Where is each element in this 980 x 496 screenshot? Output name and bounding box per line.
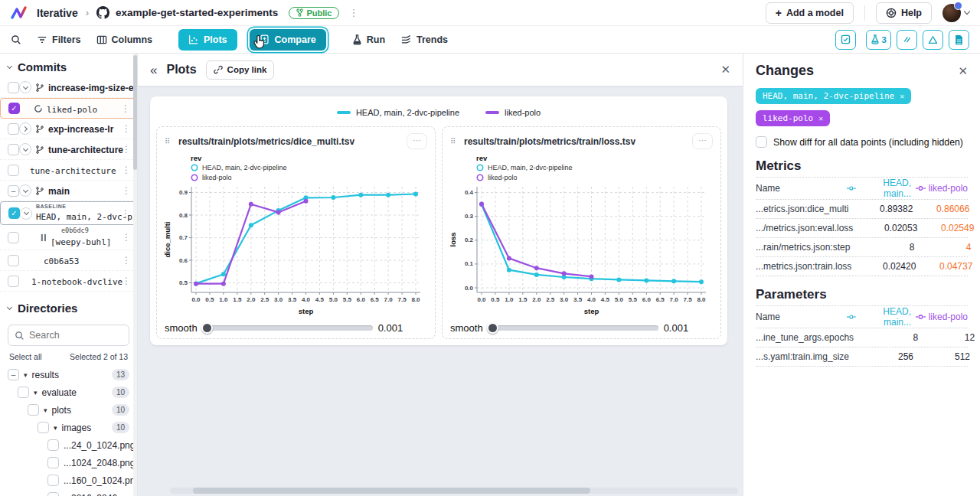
columns-button[interactable]: Columns [96, 34, 152, 45]
repo-menu-button[interactable]: ⋮ [345, 7, 361, 18]
export-csv-button[interactable] [949, 30, 969, 50]
row-checkbox[interactable] [8, 144, 19, 155]
row-menu-button[interactable]: ⋮ [120, 232, 132, 243]
tree-caret-icon[interactable]: ▾ [24, 371, 28, 379]
row-checkbox[interactable] [8, 82, 19, 93]
row-checkbox[interactable] [47, 439, 59, 451]
filters-button[interactable]: Filters [37, 34, 81, 45]
row-checkbox[interactable] [47, 475, 59, 486]
slider-thumb[interactable] [201, 322, 213, 334]
diff-checkbox-row[interactable]: Show diff for all data points (including… [756, 136, 968, 148]
row-checkbox[interactable] [18, 387, 29, 398]
row-menu-button[interactable]: ⋮ [120, 144, 132, 155]
row-checkbox[interactable]: ✓ [8, 207, 20, 219]
trends-button[interactable]: Trends [400, 34, 448, 45]
delta-button[interactable] [923, 30, 943, 50]
row-menu-button[interactable]: ⋮ [120, 276, 132, 286]
close-plots-button[interactable]: ✕ [720, 63, 730, 77]
svg-text:0.5: 0.5 [179, 279, 188, 286]
expand-toggle[interactable] [19, 184, 31, 197]
commit-row[interactable]: exp-increase-lr⋮ [0, 119, 137, 139]
directories-section-header[interactable]: Directories [0, 295, 137, 318]
row-menu-button[interactable]: ⋮ [119, 103, 132, 114]
tree-caret-icon[interactable]: ▾ [54, 424, 57, 432]
collapse-panel-button[interactable]: « [150, 64, 157, 77]
select-all-link[interactable]: Select all [9, 352, 42, 361]
brand-name[interactable]: Iterative [37, 7, 78, 19]
row-checkbox[interactable]: – [8, 185, 19, 197]
revision-chip[interactable]: HEAD, main, 2-dvc-pipeline✕ [756, 88, 911, 104]
row-menu-button[interactable]: ⋮ [120, 123, 132, 134]
commit-row[interactable]: ✓BASELINEHEAD, main, 2-dvc-pip…⋮ [0, 201, 137, 225]
row-checkbox[interactable]: ✓ [8, 103, 20, 114]
add-model-button[interactable]: + Add a model [766, 2, 854, 24]
commit-row[interactable]: ✓liked-polo⋮ [0, 98, 137, 119]
add-model-label: Add a model [786, 8, 844, 18]
plot-menu-button[interactable]: ··· [692, 133, 713, 149]
expand-toggle[interactable] [20, 207, 32, 220]
smooth-slider[interactable] [203, 325, 373, 331]
hidden-items-button[interactable] [897, 30, 917, 50]
commit-row[interactable]: 1-notebook-dvclive⋮ [0, 271, 137, 292]
drag-handle-icon[interactable]: ⠿ [450, 139, 458, 144]
row-menu-button[interactable]: ⋮ [120, 165, 132, 175]
tree-row[interactable]: ▾plots10 [0, 401, 137, 419]
commit-row[interactable]: tune-architecture⋮ [0, 160, 137, 181]
commit-row[interactable]: tune-architecture⋮ [0, 139, 137, 160]
close-changes-button[interactable]: ✕ [958, 64, 968, 78]
run-button[interactable]: Run [352, 34, 385, 45]
tree-row[interactable]: ...24_0_1024.png [0, 436, 137, 454]
drag-handle-icon[interactable]: ⠿ [165, 139, 172, 144]
tree-row[interactable]: ▾images10 [0, 419, 137, 436]
row-menu-button[interactable]: ⋮ [119, 208, 132, 219]
tree-row[interactable]: ...2816_3840.png [0, 489, 137, 496]
sidebar-scrollbar[interactable] [133, 54, 137, 496]
plots-button[interactable]: Plots [178, 29, 237, 51]
experiments-count-button[interactable]: 3 [866, 30, 891, 50]
row-checkbox[interactable] [28, 404, 39, 416]
row-checkbox[interactable] [8, 276, 19, 287]
tree-row[interactable]: ...1024_2048.png [0, 454, 137, 472]
tree-row[interactable]: ▾evaluate10 [0, 383, 137, 401]
search-button[interactable] [11, 34, 21, 45]
slider-thumb[interactable] [487, 322, 498, 334]
revision-chip[interactable]: liked-polo✕ [756, 110, 830, 126]
commit-row[interactable]: increase-img-size-epochs [0, 77, 137, 98]
row-checkbox[interactable] [8, 123, 19, 135]
commit-icon [916, 313, 926, 321]
commits-section-header[interactable]: Commits [0, 54, 137, 77]
smooth-slider[interactable] [488, 325, 658, 331]
help-button[interactable]: Help [876, 2, 932, 24]
expand-toggle[interactable] [19, 122, 31, 135]
row-checkbox[interactable]: – [8, 369, 19, 380]
horizontal-scrollbar[interactable] [170, 488, 738, 494]
svg-text:1.5: 1.5 [518, 296, 528, 303]
chip-remove-icon[interactable]: ✕ [818, 114, 823, 122]
plot-menu-button[interactable]: ··· [407, 133, 427, 149]
commit-row[interactable]: –main⋮ [0, 181, 137, 201]
expand-toggle[interactable] [19, 81, 31, 93]
diff-checkbox[interactable] [756, 136, 767, 148]
expand-toggle[interactable] [19, 143, 31, 155]
tree-caret-icon[interactable]: ▾ [44, 406, 47, 414]
row-checkbox[interactable] [38, 422, 49, 433]
commit-row[interactable]: e0b6dc9[weepy-buhl]⋮ [0, 225, 137, 250]
copy-link-button[interactable]: Copy link [206, 60, 275, 80]
row-menu-button[interactable]: ⋮ [120, 255, 132, 266]
row-checkbox[interactable] [47, 492, 59, 496]
chip-remove-icon[interactable]: ✕ [900, 92, 904, 100]
row-checkbox[interactable] [8, 165, 19, 176]
repo-name[interactable]: example-get-started-experiments [116, 7, 278, 18]
user-menu[interactable] [942, 4, 969, 22]
row-checkbox[interactable] [8, 255, 19, 266]
row-menu-button[interactable]: ⋮ [120, 185, 132, 196]
compare-button[interactable]: Compare [250, 29, 326, 51]
row-checkbox[interactable] [8, 232, 19, 243]
row-checkbox[interactable] [47, 457, 59, 468]
tree-caret-icon[interactable]: ▾ [34, 389, 38, 396]
commit-row[interactable]: c0b6a53⋮ [0, 250, 137, 271]
tree-row[interactable]: ...160_0_1024.png [0, 472, 137, 489]
select-experiments-button[interactable] [835, 30, 856, 50]
tree-row[interactable]: –▾results13 [0, 366, 137, 383]
search-input[interactable] [29, 330, 113, 341]
